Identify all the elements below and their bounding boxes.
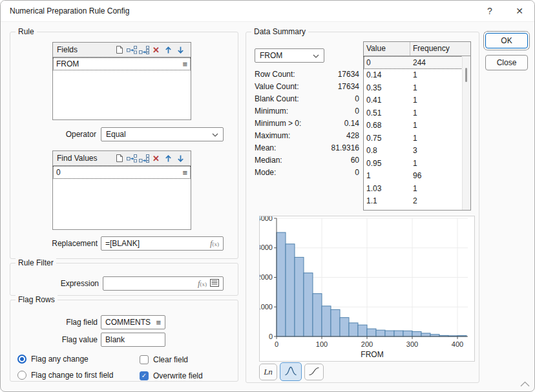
checkbox[interactable]: ✓ — [140, 371, 149, 380]
stat-row: Minimum > 0:0.14 — [255, 117, 359, 129]
append-fields-icon[interactable] — [138, 44, 150, 56]
stat-row: Blank Count:0 — [255, 92, 359, 105]
row-menu-icon[interactable]: ≡ — [182, 60, 187, 68]
operator-dropdown[interactable]: Equal — [101, 127, 224, 141]
new-row-icon[interactable] — [113, 44, 125, 56]
help-button[interactable]: ? — [475, 1, 505, 21]
radio-button[interactable] — [17, 355, 26, 364]
checkbox[interactable] — [140, 355, 149, 364]
table-row[interactable]: 196 — [364, 170, 463, 183]
field-selector-dropdown[interactable]: FROM — [255, 48, 324, 63]
svg-text:FROM: FROM — [361, 350, 383, 359]
table-row[interactable]: 0.681 — [364, 119, 463, 132]
field-menu-icon[interactable]: ≡ — [156, 318, 161, 327]
frequency-cell: 1 — [410, 209, 463, 211]
stat-label: Minimum: — [255, 107, 355, 116]
checkbox-option[interactable]: ✓Overwrite field — [140, 370, 203, 381]
insert-fields-icon[interactable] — [125, 44, 138, 56]
stat-value: 0 — [355, 107, 359, 116]
frequency-cell: 1 — [410, 108, 463, 118]
resize-grip-icon[interactable] — [520, 380, 530, 389]
frequency-cell: 1 — [410, 96, 463, 105]
radio-label: Flag any change — [31, 355, 89, 364]
move-up-icon[interactable] — [162, 152, 174, 165]
flag-field-input[interactable]: COMMENTS ≡ — [101, 315, 165, 329]
chevron-down-icon — [212, 130, 218, 139]
list-item-label: FROM — [56, 59, 182, 68]
fields-list-rows: FROM≡ — [53, 57, 191, 70]
frequency-cell: 1 — [410, 134, 463, 143]
delete-row-icon[interactable]: ✕ — [150, 152, 162, 165]
window-close-button[interactable]: ✕ — [505, 1, 534, 21]
insert-values-icon[interactable] — [125, 152, 138, 165]
normal-curve-button[interactable] — [280, 362, 302, 381]
table-row[interactable]: 0.141 — [364, 69, 463, 82]
frequency-cell: 1 — [410, 70, 463, 79]
svg-text:400: 400 — [452, 340, 463, 348]
frequency-cell: 2 — [410, 196, 463, 205]
replacement-input[interactable]: =[BLANK] f(x) — [101, 236, 224, 251]
table-row[interactable]: 0.751 — [364, 132, 463, 145]
move-down-icon[interactable] — [174, 44, 187, 56]
normal-curve-icon — [284, 366, 297, 378]
radio-button[interactable] — [17, 371, 26, 380]
table-row[interactable]: 0.951 — [364, 157, 463, 170]
expression-list-icon[interactable] — [210, 279, 219, 289]
frequency-cell: 1 — [410, 121, 463, 130]
value-cell: 0.51 — [364, 108, 410, 118]
scrollbar-thumb[interactable] — [465, 68, 467, 82]
table-row[interactable]: 0.83 — [364, 145, 463, 158]
flag-rows-group-label: Flag Rows — [16, 295, 58, 304]
frequency-column-header[interactable]: Frequency — [410, 42, 470, 56]
find-values-list-rows: 0≡ — [53, 166, 191, 179]
stat-value: 428 — [346, 131, 359, 140]
value-column-header[interactable]: Value — [364, 42, 410, 56]
formula-icon[interactable]: f(x) — [198, 278, 207, 289]
value-cell: 0.75 — [364, 134, 410, 143]
cumulative-curve-button[interactable] — [304, 364, 324, 380]
move-up-icon[interactable] — [162, 44, 174, 56]
formula-icon[interactable]: f(x) — [210, 238, 219, 249]
table-header: Value Frequency — [364, 42, 470, 56]
frequency-cell: 3 — [410, 146, 463, 155]
stat-value: 81.9316 — [331, 143, 359, 152]
delete-row-icon[interactable]: ✕ — [150, 44, 162, 56]
table-row[interactable]: 1.121 — [364, 207, 463, 211]
ln-scale-button[interactable]: Ln — [259, 364, 277, 380]
fields-list: Fields ✕ FROM≡ — [52, 42, 191, 120]
expression-input[interactable]: f(x) — [103, 276, 224, 291]
stat-row: Median:60 — [255, 154, 359, 166]
value-frequency-table[interactable]: Value Frequency 02440.1410.3510.4110.511… — [363, 41, 471, 211]
stat-label: Value Count: — [255, 82, 338, 91]
stat-value: 17634 — [338, 82, 359, 91]
table-row[interactable]: 0.411 — [364, 94, 463, 107]
flag-radio-group: Flag any changeFlag change to first fiel… — [17, 353, 113, 380]
table-row[interactable]: 0.511 — [364, 107, 463, 119]
move-down-icon[interactable] — [174, 152, 187, 165]
table-row[interactable]: 1.12 — [364, 195, 463, 208]
new-row-icon[interactable] — [113, 152, 125, 165]
ok-button[interactable]: OK — [485, 33, 528, 48]
checkbox-option[interactable]: Clear field — [140, 354, 203, 365]
find-values-list-header: Find Values ✕ — [53, 151, 191, 166]
row-menu-icon[interactable]: ≡ — [182, 169, 187, 177]
table-row[interactable]: 0.351 — [364, 81, 463, 94]
list-item[interactable]: FROM≡ — [53, 57, 191, 70]
append-values-icon[interactable] — [138, 152, 150, 165]
list-item[interactable]: 0≡ — [53, 166, 191, 179]
table-scrollbar[interactable] — [462, 56, 470, 210]
flag-value-input[interactable]: Blank — [101, 333, 165, 347]
operator-label: Operator — [39, 127, 96, 141]
radio-option[interactable]: Flag change to first field — [17, 369, 113, 380]
value-cell: 0.68 — [364, 121, 410, 130]
close-button[interactable]: Close — [485, 55, 528, 70]
table-body: 02440.1410.3510.4110.5110.6810.7510.830.… — [364, 56, 463, 210]
find-values-list: Find Values ✕ 0≡ — [52, 150, 191, 230]
table-row[interactable]: 1.031 — [364, 182, 463, 195]
radio-option[interactable]: Flag any change — [17, 353, 113, 364]
dialog-window: Numerical Preparation Rule Config ? ✕ Ru… — [0, 0, 535, 392]
table-row[interactable]: 0244 — [364, 56, 463, 69]
value-cell: 1.1 — [364, 196, 410, 205]
rule-group-label: Rule — [16, 27, 37, 36]
stat-label: Minimum > 0: — [255, 119, 344, 128]
